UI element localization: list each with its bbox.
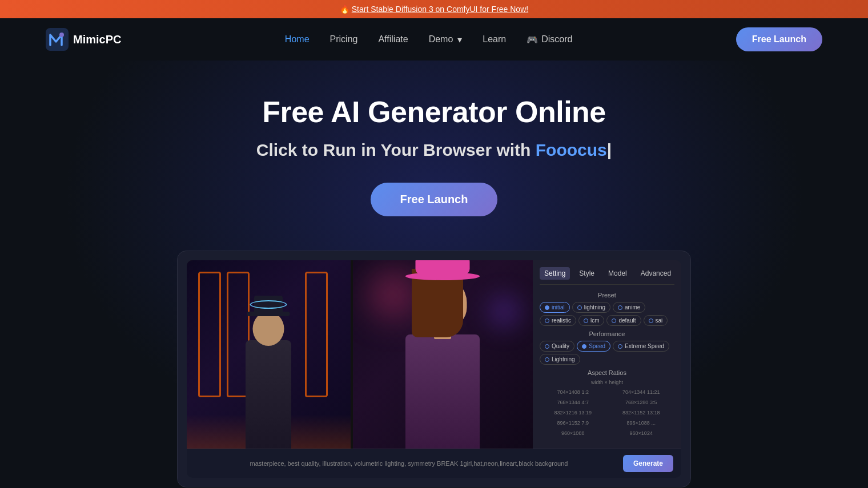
nav-item-demo[interactable]: Demo ▾	[429, 34, 463, 45]
nav-item-discord[interactable]: 🎮 Discord	[527, 34, 572, 45]
nav-item-home[interactable]: Home	[285, 34, 310, 45]
aspect-item-0[interactable]: 704×1408 1:2	[540, 388, 606, 396]
perf-quality[interactable]: Quality	[540, 341, 574, 352]
radio-dot	[612, 318, 616, 323]
preset-label: Preset	[540, 292, 674, 299]
aspect-ratio-label: Aspect Ratios	[540, 369, 674, 376]
aspect-item-5[interactable]: 832×1152 13:18	[608, 408, 675, 417]
tab-setting[interactable]: Setting	[540, 267, 570, 280]
generate-button[interactable]: Generate	[623, 455, 673, 472]
radio-dot	[545, 305, 549, 310]
preset-options: initial lightning anime realistic	[540, 302, 674, 326]
nav-link-demo[interactable]: Demo ▾	[429, 34, 463, 45]
preset-realistic[interactable]: realistic	[540, 315, 576, 326]
radio-dot	[545, 344, 549, 349]
logo-text: MimicPC	[73, 33, 121, 46]
aspect-ratio-sublabel: width × height	[540, 380, 674, 385]
nav-link-learn[interactable]: Learn	[483, 34, 506, 44]
radio-dot	[582, 344, 586, 349]
aspect-item-1[interactable]: 704×1344 11:21	[608, 388, 675, 396]
preset-lcm[interactable]: lcm	[578, 315, 605, 326]
preset-lightning[interactable]: lightning	[572, 302, 610, 313]
nav-free-launch-button[interactable]: Free Launch	[736, 27, 822, 51]
tab-advanced[interactable]: Advanced	[636, 267, 676, 280]
generated-image-left	[187, 260, 351, 449]
logo[interactable]: MimicPC	[46, 28, 121, 51]
perf-lightning[interactable]: Lightning	[540, 354, 580, 365]
preset-anime[interactable]: anime	[613, 302, 645, 313]
generated-image-right	[353, 260, 533, 449]
app-prompt-bar: masterpiece, best quality, illustration,…	[187, 449, 681, 478]
aspect-item-4[interactable]: 832×1216 13:19	[540, 408, 606, 417]
banner-link[interactable]: Start Stable Diffusion 3 on ComfyUI for …	[352, 5, 528, 14]
radio-dot	[649, 318, 653, 323]
preset-default[interactable]: default	[606, 315, 641, 326]
logo-icon	[46, 28, 69, 51]
app-mockup: Setting Style Model Advanced Preset init…	[187, 260, 681, 478]
hero-section: Free AI Generator Online Click to Run in…	[0, 61, 868, 488]
preset-sai[interactable]: sai	[644, 315, 668, 326]
tab-model[interactable]: Model	[604, 267, 632, 280]
radio-dot	[577, 305, 582, 310]
radio-dot	[545, 357, 549, 362]
aspect-item-2[interactable]: 768×1344 4:7	[540, 398, 606, 406]
nav-item-learn[interactable]: Learn	[483, 34, 506, 45]
nav-link-affiliate[interactable]: Affiliate	[378, 34, 408, 44]
nav-link-home[interactable]: Home	[285, 34, 310, 44]
app-screenshot: Setting Style Model Advanced Preset init…	[177, 251, 691, 487]
radio-dot	[618, 305, 622, 310]
aspect-ratio-grid: 704×1408 1:2 704×1344 11:21 768×1344 4:7	[540, 388, 674, 437]
tab-style[interactable]: Style	[574, 267, 599, 280]
performance-options: Quality Speed Extreme Speed Lightni	[540, 341, 674, 365]
aspect-item-3[interactable]: 768×1280 3:5	[608, 398, 675, 406]
app-image-panel	[187, 260, 533, 449]
nav-item-affiliate[interactable]: Affiliate	[378, 34, 408, 45]
navbar: MimicPC Home Pricing Affiliate Demo ▾ Le…	[0, 18, 868, 61]
hero-free-launch-button[interactable]: Free Launch	[371, 183, 498, 216]
chevron-down-icon: ▾	[457, 34, 462, 45]
radio-dot	[618, 344, 622, 349]
hero-heading: Free AI Generator Online	[23, 95, 845, 129]
perf-extreme-speed[interactable]: Extreme Speed	[613, 341, 669, 352]
hero-subheading: Click to Run in Your Browser with Fooocu…	[23, 140, 845, 160]
nav-item-pricing[interactable]: Pricing	[330, 34, 358, 45]
app-settings-panel: Setting Style Model Advanced Preset init…	[533, 260, 681, 449]
banner-text: 🔥	[340, 5, 352, 14]
top-banner: 🔥 Start Stable Diffusion 3 on ComfyUI fo…	[0, 0, 868, 18]
app-main-area: Setting Style Model Advanced Preset init…	[187, 260, 681, 449]
svg-point-1	[59, 33, 64, 37]
radio-dot	[545, 318, 549, 323]
aspect-item-7[interactable]: 896×1088 ...	[608, 418, 675, 427]
aspect-item-6[interactable]: 896×1152 7:9	[540, 418, 606, 427]
prompt-text-display[interactable]: masterpiece, best quality, illustration,…	[195, 460, 623, 467]
aspect-item-9[interactable]: 960×1024	[608, 429, 675, 437]
settings-tabs: Setting Style Model Advanced	[540, 267, 674, 285]
nav-link-discord[interactable]: 🎮 Discord	[527, 34, 572, 45]
discord-icon: 🎮	[527, 34, 538, 45]
nav-links: Home Pricing Affiliate Demo ▾ Learn 🎮 Di…	[285, 34, 573, 45]
preset-initial[interactable]: initial	[540, 302, 570, 313]
performance-label: Performance	[540, 330, 674, 337]
radio-dot	[584, 318, 588, 323]
nav-link-pricing[interactable]: Pricing	[330, 34, 358, 44]
perf-speed[interactable]: Speed	[577, 341, 610, 352]
aspect-item-8[interactable]: 960×1088	[540, 429, 606, 437]
